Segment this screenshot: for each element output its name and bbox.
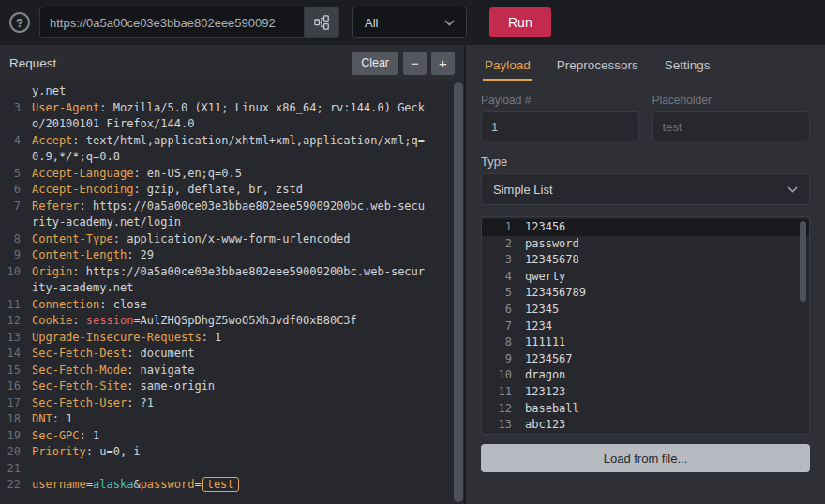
url-input[interactable]: https://0a5a00ce03e3bbae802eee590092 bbox=[39, 7, 304, 38]
load-from-file-button[interactable]: Load from file... bbox=[481, 444, 810, 472]
payload-item-number: 4 bbox=[482, 269, 512, 286]
payload-panel: PayloadPreprocessorsSettings Payload # 1… bbox=[466, 45, 825, 504]
line-number: 22 bbox=[0, 477, 32, 494]
request-panel: Request Clear − + y.net3User-Agent: Mozi… bbox=[0, 45, 466, 504]
request-line[interactable]: 0.9,*/*;q=0.8 bbox=[0, 149, 464, 166]
line-number bbox=[0, 215, 32, 231]
request-title: Request bbox=[9, 56, 56, 70]
tab-settings[interactable]: Settings bbox=[652, 45, 724, 84]
line-number: 3 bbox=[0, 100, 32, 117]
payload-item-number: 7 bbox=[482, 319, 512, 335]
payload-list-scrollbar[interactable] bbox=[800, 221, 806, 302]
type-label: Type bbox=[481, 155, 810, 169]
request-line[interactable]: o/20100101 Firefox/144.0 bbox=[0, 116, 464, 133]
chevron-down-icon bbox=[444, 20, 455, 26]
payload-list-item[interactable]: 71234 bbox=[482, 319, 809, 335]
tab-payload[interactable]: Payload bbox=[472, 45, 544, 84]
payload-list-container: 11234562password3123456784qwerty51234567… bbox=[481, 216, 810, 435]
main-split: Request Clear − + y.net3User-Agent: Mozi… bbox=[0, 45, 825, 504]
payload-item-value: qwerty bbox=[525, 269, 565, 286]
run-button[interactable]: Run bbox=[489, 7, 551, 37]
request-line[interactable]: 14Sec-Fetch-Dest: document bbox=[0, 346, 464, 363]
request-editor-scrollbar[interactable] bbox=[454, 82, 463, 502]
payload-item-value: baseball bbox=[525, 401, 579, 418]
line-number: 13 bbox=[0, 330, 32, 347]
payload-item-value: 123456789 bbox=[525, 285, 586, 302]
request-line[interactable]: 16Sec-Fetch-Site: same-origin bbox=[0, 378, 464, 395]
payload-list-item[interactable]: 11123123 bbox=[482, 384, 809, 401]
request-editor-scrollbar-thumb[interactable] bbox=[454, 82, 463, 502]
type-select[interactable]: Simple List bbox=[481, 173, 810, 205]
placeholder-input[interactable]: test bbox=[652, 111, 811, 141]
request-line[interactable]: 13Upgrade-Insecure-Requests: 1 bbox=[0, 330, 464, 347]
payload-list-item[interactable]: 8111111 bbox=[482, 334, 809, 351]
request-line[interactable]: 9Content-Length: 29 bbox=[0, 247, 464, 264]
payload-list-item[interactable]: 312345678 bbox=[482, 252, 809, 269]
line-number: 7 bbox=[0, 199, 32, 215]
scope-select[interactable]: All bbox=[352, 7, 467, 38]
payload-number-value: 1 bbox=[491, 120, 498, 134]
payload-item-number: 6 bbox=[482, 302, 512, 319]
request-line[interactable]: 15Sec-Fetch-Mode: navigate bbox=[0, 363, 464, 379]
payload-number-input[interactable]: 1 bbox=[481, 111, 639, 141]
payload-list-item[interactable]: 2password bbox=[482, 236, 809, 253]
payload-list-item[interactable]: 1123456 bbox=[482, 219, 809, 236]
placeholder-value: test bbox=[663, 120, 682, 134]
help-icon: ? bbox=[16, 16, 23, 30]
payload-item-value: 1234567 bbox=[525, 351, 573, 368]
clear-button[interactable]: Clear bbox=[352, 52, 398, 75]
request-line[interactable]: 4Accept: text/html,application/xhtml+xml… bbox=[0, 133, 464, 150]
payload-list-item[interactable]: 91234567 bbox=[482, 351, 809, 368]
line-number bbox=[0, 280, 32, 297]
request-line[interactable]: 6Accept-Encoding: gzip, deflate, br, zst… bbox=[0, 182, 464, 199]
payload-field-row: Payload # 1 Placeholder test bbox=[481, 94, 810, 141]
payload-item-number: 13 bbox=[482, 417, 512, 434]
sitemap-button[interactable] bbox=[304, 7, 339, 38]
payload-list: 11234562password3123456784qwerty51234567… bbox=[482, 219, 809, 434]
request-line[interactable]: 10Origin: https://0a5a00ce03e3bbae802eee… bbox=[0, 264, 464, 281]
tab-preprocessors[interactable]: Preprocessors bbox=[544, 45, 652, 84]
payload-item-value: abc123 bbox=[525, 417, 565, 434]
request-line[interactable]: y.net bbox=[0, 83, 464, 100]
payload-item-value: 123456 bbox=[525, 219, 565, 236]
request-line[interactable]: 12Cookie: session=AulZHQSpDhgZ5woO5XhJvd… bbox=[0, 313, 464, 330]
line-number: 19 bbox=[0, 428, 32, 445]
request-line[interactable]: 19Sec-GPC: 1 bbox=[0, 428, 464, 445]
request-line[interactable]: 21 bbox=[0, 461, 464, 478]
payload-list-item[interactable]: 4qwerty bbox=[482, 269, 809, 286]
request-line[interactable]: rity-academy.net/login bbox=[0, 215, 464, 231]
payload-list-item[interactable]: 10dragon bbox=[482, 367, 809, 384]
request-line[interactable]: 3User-Agent: Mozilla/5.0 (X11; Linux x86… bbox=[0, 100, 464, 117]
payload-list-item[interactable]: 13abc123 bbox=[482, 417, 809, 434]
payload-number-field: Payload # 1 bbox=[481, 94, 639, 141]
payload-item-value: 12345678 bbox=[525, 252, 579, 269]
sitemap-icon bbox=[314, 15, 329, 30]
line-number: 8 bbox=[0, 231, 32, 248]
request-line[interactable]: 17Sec-Fetch-User: ?1 bbox=[0, 395, 464, 412]
payload-item-number: 8 bbox=[482, 334, 512, 351]
line-number: 18 bbox=[0, 411, 32, 428]
request-line[interactable]: 18DNT: 1 bbox=[0, 411, 464, 428]
line-number: 4 bbox=[0, 133, 32, 150]
line-number: 16 bbox=[0, 378, 32, 395]
request-line[interactable]: ity-academy.net bbox=[0, 280, 464, 297]
topbar: ? https://0a5a00ce03e3bbae802eee590092 A… bbox=[0, 0, 825, 45]
request-line[interactable]: 11Connection: close bbox=[0, 297, 464, 314]
minus-button[interactable]: − bbox=[403, 52, 427, 75]
payload-list-item[interactable]: 5123456789 bbox=[482, 285, 809, 302]
payload-item-number: 12 bbox=[482, 401, 512, 418]
request-line[interactable]: 20Priority: u=0, i bbox=[0, 444, 464, 461]
request-header: Request Clear − + bbox=[0, 45, 464, 81]
payload-list-item[interactable]: 612345 bbox=[482, 302, 809, 319]
request-line[interactable]: 5Accept-Language: en-US,en;q=0.5 bbox=[0, 166, 464, 183]
request-editor[interactable]: y.net3User-Agent: Mozilla/5.0 (X11; Linu… bbox=[0, 81, 464, 504]
request-line[interactable]: 8Content-Type: application/x-www-form-ur… bbox=[0, 231, 464, 248]
line-number: 12 bbox=[0, 313, 32, 330]
payload-item-number: 5 bbox=[482, 285, 512, 302]
request-line[interactable]: 22username=alaska&password=test bbox=[0, 477, 464, 494]
request-line[interactable]: 7Referer: https://0a5a00ce03e3bbae802eee… bbox=[0, 199, 464, 215]
help-button[interactable]: ? bbox=[9, 12, 30, 33]
plus-button[interactable]: + bbox=[431, 52, 455, 75]
payload-list-item[interactable]: 12baseball bbox=[482, 401, 809, 418]
url-text: https://0a5a00ce03e3bbae802eee590092 bbox=[50, 16, 276, 30]
